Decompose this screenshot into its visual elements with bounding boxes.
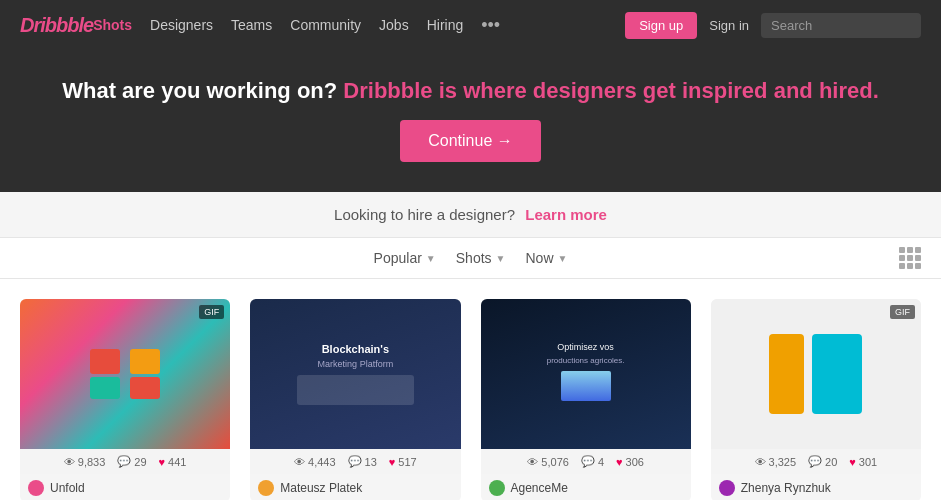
shot-card[interactable]: GIF 9,833 29 441 Unfold [20, 299, 230, 500]
svg-rect-1 [130, 349, 160, 374]
nav-right: Sign up Sign in [625, 12, 921, 39]
like-count: 517 [398, 456, 416, 468]
svg-rect-0 [90, 349, 120, 374]
grid-dot [915, 247, 921, 253]
comments-stat: 13 [348, 455, 377, 468]
search-input[interactable] [761, 13, 921, 38]
like-count: 306 [626, 456, 644, 468]
more-icon[interactable]: ••• [481, 15, 500, 36]
shot-badge: GIF [890, 305, 915, 319]
like-count: 441 [168, 456, 186, 468]
views-stat: 3,325 [755, 456, 797, 468]
learn-more-link[interactable]: Learn more [525, 206, 607, 223]
hero-description: Dribbble is where designers get inspired… [343, 78, 878, 103]
hire-text: Looking to hire a designer? [334, 206, 515, 223]
shot-stats: 4,443 13 517 [250, 449, 460, 474]
likes-stat: 517 [389, 456, 417, 468]
shot-image: GIF [20, 299, 230, 449]
chevron-down-icon: ▼ [426, 253, 436, 264]
heart-icon [616, 456, 623, 468]
popular-filter[interactable]: Popular ▼ [374, 250, 436, 266]
hire-banner: Looking to hire a designer? Learn more [0, 192, 941, 238]
shot-author[interactable]: Mateusz Platek [250, 474, 460, 500]
comments-stat: 29 [117, 455, 146, 468]
grid-dot [907, 247, 913, 253]
eye-icon [294, 456, 305, 468]
shot-image: GIF [711, 299, 921, 449]
grid-dot [899, 263, 905, 269]
shot-image: Blockchain's Marketing Platform [250, 299, 460, 449]
shot-author[interactable]: Zhenya Rynzhuk [711, 474, 921, 500]
likes-stat: 301 [849, 456, 877, 468]
comments-stat: 4 [581, 455, 604, 468]
view-count: 9,833 [78, 456, 106, 468]
likes-stat: 306 [616, 456, 644, 468]
signup-button[interactable]: Sign up [625, 12, 697, 39]
avatar [28, 480, 44, 496]
nav-links: Shots Designers Teams Community Jobs Hir… [93, 15, 625, 36]
svg-rect-3 [130, 377, 160, 399]
grid-dot [907, 255, 913, 261]
hero-title: What are you working on? Dribbble is whe… [20, 78, 921, 104]
shot-stats: 9,833 29 441 [20, 449, 230, 474]
eye-icon [527, 456, 538, 468]
heart-icon [389, 456, 396, 468]
author-name: AgenceMe [511, 481, 568, 495]
continue-button[interactable]: Continue → [400, 120, 541, 162]
heart-icon [159, 456, 166, 468]
view-count: 3,325 [769, 456, 797, 468]
nav-teams[interactable]: Teams [231, 17, 272, 33]
grid-dot [907, 263, 913, 269]
shots-filter[interactable]: Shots ▼ [456, 250, 506, 266]
author-name: Zhenya Rynzhuk [741, 481, 831, 495]
eye-icon [64, 456, 75, 468]
hero-question: What are you working on? [62, 78, 337, 103]
grid-dot [915, 263, 921, 269]
shots-grid: GIF 9,833 29 441 Unfold Blockchain's Mar… [0, 279, 941, 500]
comment-icon [348, 455, 362, 468]
view-count: 5,076 [541, 456, 569, 468]
comment-icon [117, 455, 131, 468]
shot-card[interactable]: Optimisez vos productions agricoles. 5,0… [481, 299, 691, 500]
shot-badge: GIF [199, 305, 224, 319]
comment-count: 13 [365, 456, 377, 468]
comment-count: 4 [598, 456, 604, 468]
chevron-down-icon: ▼ [496, 253, 506, 264]
author-name: Unfold [50, 481, 85, 495]
views-stat: 5,076 [527, 456, 569, 468]
shot-card[interactable]: GIF 3,325 20 301 Zhenya Rynzhuk [711, 299, 921, 500]
nav-designers[interactable]: Designers [150, 17, 213, 33]
grid-dot [899, 247, 905, 253]
now-filter[interactable]: Now ▼ [525, 250, 567, 266]
shot-card[interactable]: Blockchain's Marketing Platform 4,443 13… [250, 299, 460, 500]
hero-section: What are you working on? Dribbble is whe… [0, 50, 941, 192]
heart-icon [849, 456, 856, 468]
view-count: 4,443 [308, 456, 336, 468]
nav-community[interactable]: Community [290, 17, 361, 33]
shot-author[interactable]: Unfold [20, 474, 230, 500]
comment-count: 20 [825, 456, 837, 468]
like-count: 301 [859, 456, 877, 468]
signin-button[interactable]: Sign in [709, 18, 749, 33]
shot-stats: 3,325 20 301 [711, 449, 921, 474]
likes-stat: 441 [159, 456, 187, 468]
avatar [258, 480, 274, 496]
eye-icon [755, 456, 766, 468]
svg-rect-2 [90, 377, 120, 399]
comment-icon [581, 455, 595, 468]
comment-icon [808, 455, 822, 468]
comment-count: 29 [134, 456, 146, 468]
grid-dot [915, 255, 921, 261]
author-name: Mateusz Platek [280, 481, 362, 495]
nav-jobs[interactable]: Jobs [379, 17, 409, 33]
shot-author[interactable]: AgenceMe [481, 474, 691, 500]
grid-toggle-button[interactable] [899, 247, 921, 269]
nav-shots[interactable]: Shots [93, 17, 132, 33]
avatar [489, 480, 505, 496]
nav-hiring[interactable]: Hiring [427, 17, 464, 33]
navbar: Dribbble Shots Designers Teams Community… [0, 0, 941, 50]
shot-stats: 5,076 4 306 [481, 449, 691, 474]
comments-stat: 20 [808, 455, 837, 468]
filters-bar: Popular ▼ Shots ▼ Now ▼ [0, 238, 941, 279]
grid-dot [899, 255, 905, 261]
